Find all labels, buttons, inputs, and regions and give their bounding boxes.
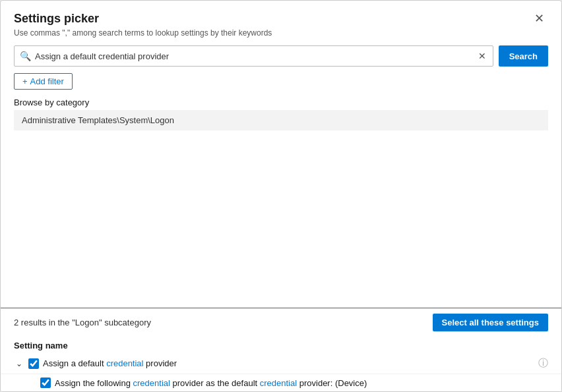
highlight-credential: credential <box>106 358 143 368</box>
category-row[interactable]: Administrative Templates\System\Logon <box>14 110 548 130</box>
info-icon[interactable]: ⓘ <box>538 357 548 370</box>
search-input-wrap: 🔍 ✕ <box>14 45 493 67</box>
clear-search-button[interactable]: ✕ <box>477 51 487 61</box>
highlight-credential3: credential <box>260 378 297 388</box>
search-row: 🔍 ✕ Search <box>14 45 548 67</box>
result-sub-label: Assign the following credential provider… <box>55 378 548 388</box>
results-summary: 2 results in the "Logon" subcategory <box>14 318 151 327</box>
add-filter-label: Add filter <box>30 76 64 86</box>
table-row: ⌄ Assign a default credential provider ⓘ <box>1 353 561 374</box>
select-all-settings-button[interactable]: Select all these settings <box>433 314 548 331</box>
table-row: Assign the following credential provider… <box>1 374 561 391</box>
results-list: ⌄ Assign a default credential provider ⓘ… <box>1 353 561 391</box>
result-checkbox[interactable] <box>28 358 39 369</box>
settings-picker-dialog: Settings picker ✕ Use commas "," among s… <box>0 0 562 392</box>
result-label: Assign a default credential provider <box>43 358 534 368</box>
add-filter-button[interactable]: + Add filter <box>14 73 73 90</box>
dialog-title: Settings picker <box>14 12 99 26</box>
search-button[interactable]: Search <box>499 45 548 67</box>
highlight-credential2: credential <box>133 378 170 388</box>
close-button[interactable]: ✕ <box>530 11 548 26</box>
result-sub-checkbox[interactable] <box>40 378 51 388</box>
search-input[interactable] <box>35 51 477 61</box>
add-filter-icon: + <box>22 76 28 86</box>
dialog-subtitle: Use commas "," among search terms to loo… <box>14 28 548 38</box>
browse-by-category-label: Browse by category <box>14 98 548 107</box>
results-bar: 2 results in the "Logon" subcategory Sel… <box>1 308 561 337</box>
search-icon: 🔍 <box>20 51 31 61</box>
results-footer: 2 results in the "Logon" subcategory Sel… <box>1 308 561 391</box>
dialog-body <box>1 130 561 308</box>
expand-collapse-button[interactable]: ⌄ <box>14 359 24 368</box>
dialog-header: Settings picker ✕ Use commas "," among s… <box>1 1 561 130</box>
setting-name-header: Setting name <box>1 337 561 353</box>
